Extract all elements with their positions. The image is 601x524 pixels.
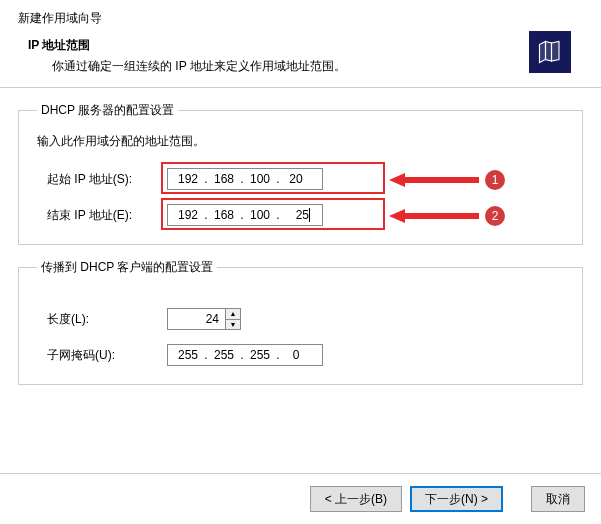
ip-octet[interactable]: 168 <box>210 172 238 186</box>
ip-octet[interactable]: 100 <box>246 172 274 186</box>
svg-marker-1 <box>389 209 479 223</box>
ip-octet[interactable]: 192 <box>174 208 202 222</box>
spin-up-icon[interactable]: ▲ <box>226 309 240 320</box>
dhcp-server-legend: DHCP 服务器的配置设置 <box>37 102 178 119</box>
annotation-badge-2: 2 <box>485 206 505 226</box>
start-ip-label: 起始 IP 地址(S): <box>37 171 167 188</box>
dhcp-client-group: 传播到 DHCP 客户端的配置设置 长度(L): 24 ▲ ▼ 子网掩码(U):… <box>18 259 583 385</box>
ip-octet[interactable]: 20 <box>282 172 310 186</box>
ip-octet[interactable]: 0 <box>282 348 310 362</box>
back-button[interactable]: < 上一步(B) <box>310 486 402 512</box>
dhcp-client-legend: 传播到 DHCP 客户端的配置设置 <box>37 259 217 276</box>
annotation-arrow-2: 2 <box>389 206 505 226</box>
svg-marker-0 <box>389 173 479 187</box>
annotation-badge-1: 1 <box>485 170 505 190</box>
length-label: 长度(L): <box>37 311 167 328</box>
ip-octet[interactable]: 255 <box>246 348 274 362</box>
wizard-button-bar: < 上一步(B) 下一步(N) > 取消 <box>0 473 601 524</box>
dhcp-instruction: 输入此作用域分配的地址范围。 <box>37 133 564 150</box>
ip-octet[interactable]: 25 <box>282 208 310 223</box>
window-title: 新建作用域向导 <box>18 10 583 27</box>
end-ip-input[interactable]: 192. 168. 100. 25 <box>167 204 323 226</box>
ip-octet[interactable]: 192 <box>174 172 202 186</box>
end-ip-label: 结束 IP 地址(E): <box>37 207 167 224</box>
spin-down-icon[interactable]: ▼ <box>226 320 240 330</box>
ip-octet[interactable]: 255 <box>210 348 238 362</box>
mask-input[interactable]: 255. 255. 255. 0 <box>167 344 323 366</box>
cancel-button[interactable]: 取消 <box>531 486 585 512</box>
mask-label: 子网掩码(U): <box>37 347 167 364</box>
ip-octet[interactable]: 168 <box>210 208 238 222</box>
page-heading: IP 地址范围 <box>28 37 346 54</box>
wizard-icon <box>529 31 571 73</box>
annotation-arrow-1: 1 <box>389 170 505 190</box>
dhcp-server-group: DHCP 服务器的配置设置 输入此作用域分配的地址范围。 起始 IP 地址(S)… <box>18 102 583 245</box>
start-ip-input[interactable]: 192. 168. 100. 20 <box>167 168 323 190</box>
next-button[interactable]: 下一步(N) > <box>410 486 503 512</box>
page-subtitle: 你通过确定一组连续的 IP 地址来定义作用域地址范围。 <box>28 58 346 75</box>
ip-octet[interactable]: 100 <box>246 208 274 222</box>
ip-octet[interactable]: 255 <box>174 348 202 362</box>
length-value[interactable]: 24 <box>167 308 225 330</box>
length-stepper[interactable]: 24 ▲ ▼ <box>167 308 241 330</box>
